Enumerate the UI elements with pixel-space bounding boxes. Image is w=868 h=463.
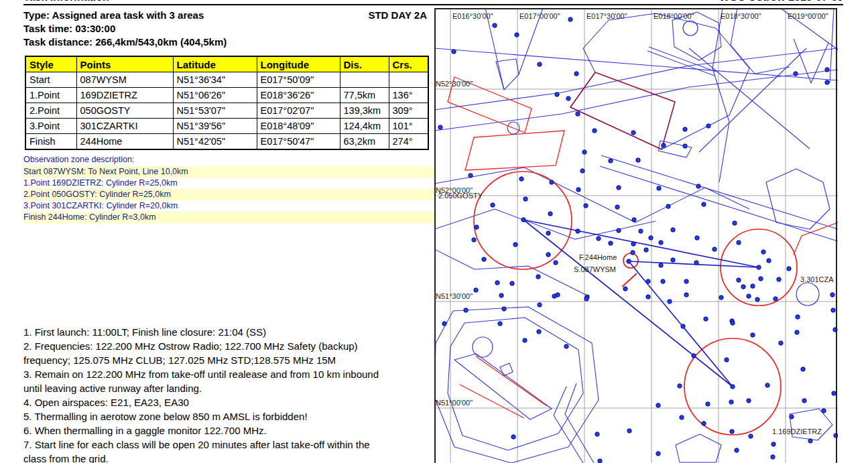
waypoint-dot [502, 307, 506, 311]
waypoint-dot [678, 384, 682, 388]
waypoint-dot [646, 279, 650, 283]
table-cell: 63,2km [340, 134, 389, 150]
waypoint-dot [499, 293, 503, 297]
waypoint-dot [656, 403, 660, 407]
table-row: 1.Point169DZIETRZN51°06'26"E018°36'26"77… [25, 88, 428, 103]
longitude-label: E016°30'00" [452, 12, 493, 20]
waypoint-dot [767, 259, 771, 263]
waypoint-dot [615, 205, 619, 209]
table-cell: 124,4km [340, 119, 389, 134]
waypoint-dot [472, 238, 476, 242]
waypoint-dot [831, 308, 835, 312]
turnpoint-label: 2.050GOSTY [438, 192, 483, 200]
table-header-row: StylePointsLatitudeLongitudeDis.Crs. [25, 56, 428, 72]
table-cell [340, 72, 389, 88]
waypoint-dot [790, 415, 794, 419]
waypoint-dot [729, 400, 733, 404]
table-cell: Finish [25, 134, 76, 150]
waypoint-dot [757, 265, 761, 269]
waypoint-dot [696, 184, 700, 188]
turnpoint-label: S.087WYSM [574, 265, 616, 273]
waypoint-dot [644, 248, 648, 252]
waypoint-dot [830, 293, 834, 297]
table-column-header: Crs. [389, 56, 428, 72]
waypoint-dot [593, 129, 597, 133]
task-sheet-page: Task Information WGC Ostrów 2019-07-09 T… [0, 0, 868, 463]
table-cell [389, 72, 428, 88]
table-cell: 050GOSTY [76, 103, 173, 119]
longitude-label: E017°30'00" [586, 12, 627, 20]
briefing-note-line: class from the grid. [23, 452, 436, 463]
waypoint-dot [741, 285, 745, 289]
waypoint-dot [832, 391, 836, 395]
waypoint-dot [555, 92, 559, 96]
observation-zone-block: Observation zone description: Start 087W… [23, 155, 434, 223]
waypoint-dot [482, 257, 486, 261]
table-cell: E018°48'09" [257, 119, 340, 134]
longitude-label: E017°00'00" [519, 12, 560, 20]
table-cell: 309° [389, 103, 428, 119]
waypoint-dot [498, 322, 502, 326]
waypoint-dot [597, 237, 601, 241]
waypoint-dot [627, 259, 631, 263]
waypoint-dot [662, 143, 666, 147]
waypoint-dot [731, 321, 735, 325]
waypoint-dot [735, 448, 739, 452]
waypoint-dot [773, 297, 778, 301]
waypoint-dot [802, 399, 806, 403]
waypoint-dot [680, 415, 684, 419]
waypoint-dot [631, 251, 635, 255]
observation-zone-line: 3.Point 301CZARTKI: Cylinder R=20,0km [23, 200, 434, 212]
waypoint-dot [511, 435, 515, 439]
briefing-note-line: 4. Open airspaces: E21, EA23, EA30 [23, 395, 436, 409]
waypoint-dot [493, 23, 497, 27]
table-cell: 087WYSM [76, 72, 173, 88]
waypoint-dot [609, 241, 613, 245]
briefing-note-line: 2. Frequencies: 122.200 MHz Ostrow Radio… [23, 339, 436, 353]
longitude-label: E018°00'00" [654, 12, 694, 20]
waypoint-dot [704, 317, 708, 321]
waypoint-dot [521, 218, 525, 222]
waypoint-dot [566, 96, 570, 101]
briefing-note-line: 5. Thermalling in aerotow zone below 850… [23, 409, 436, 423]
waypoint-dot [737, 278, 741, 282]
table-cell: E018°36'26" [257, 88, 340, 103]
waypoint-dot [632, 218, 636, 222]
briefing-note-line: 6. When thermalling in a gaggle monitor … [23, 423, 436, 438]
waypoint-dot [787, 267, 791, 271]
waypoint-dot [794, 72, 798, 76]
waypoint-dot [646, 295, 650, 299]
waypoint-dot [495, 281, 499, 285]
waypoint-dot [777, 277, 781, 281]
latitude-label: N51°00'00" [436, 399, 473, 407]
waypoint-dot [538, 62, 542, 66]
waypoint-dot [513, 243, 517, 247]
table-cell: 2.Point [25, 103, 76, 119]
waypoint-dot [584, 297, 588, 301]
page-date: WGC Ostrów 2019-07-09 [719, 0, 843, 3]
waypoint-dot [730, 429, 734, 434]
waypoint-dot [536, 275, 540, 279]
task-distance-line: Task distance: 266,4km/543,0km (404,5km) [23, 36, 427, 48]
waypoint-dot [546, 231, 550, 235]
waypoint-dot [523, 197, 528, 201]
waypoint-dot [765, 383, 769, 387]
task-type-text: Type: Assigned area task with 3 areas [23, 9, 204, 21]
waypoint-dot [822, 409, 826, 413]
waypoint-dot [749, 434, 753, 438]
table-cell: N51°42'05" [173, 134, 257, 150]
longitude-label: E019°00'00" [788, 12, 828, 20]
waypoint-dot [595, 432, 599, 436]
table-cell: N51°06'26" [173, 88, 257, 103]
turnpoint-label: 1.169DZIETRZ [772, 427, 822, 436]
table-cell: 301CZARTKI [76, 119, 173, 134]
waypoint-dot [617, 228, 621, 233]
waypoint-dot [576, 188, 580, 192]
waypoint-dot [761, 250, 765, 254]
turnpoint-table: StylePointsLatitudeLongitudeDis.Crs. Sta… [25, 56, 429, 150]
waypoint-dot [554, 261, 558, 265]
waypoint-dot [574, 72, 578, 76]
table-row: Start087WYSMN51°36'34"E017°50'09" [25, 72, 428, 88]
table-cell: N51°36'34" [173, 72, 257, 88]
table-cell: 136° [389, 88, 428, 103]
